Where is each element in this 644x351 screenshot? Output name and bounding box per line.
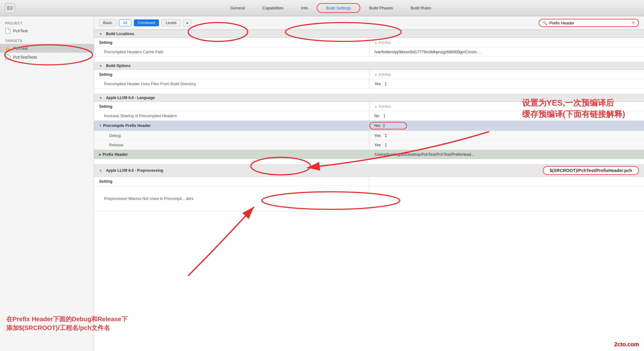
- value-text: Yes: [374, 82, 381, 86]
- build-locations-title: Build Locations: [106, 32, 134, 36]
- page-icon: [5, 28, 11, 34]
- apple-llvm-language-title: Apple LLVM 6.0 - Language: [106, 96, 155, 100]
- value-text3: Yes: [374, 123, 380, 128]
- setting-col-header2: Setting: [94, 70, 369, 79]
- setting-col-header: Setting: [94, 38, 369, 47]
- preprocessor-macros-row: Preprocessor Macros Not Used In Precompi…: [94, 186, 644, 212]
- watermark: 2cto.com: [614, 341, 639, 348]
- sidebar-toggle-icon[interactable]: [5, 3, 15, 13]
- sidebar-item-pchtesttests[interactable]: PchTestTests: [0, 53, 94, 61]
- spacer2: [94, 89, 644, 94]
- filter-bar: Basic All Combined Levels + 🔍 ✕: [94, 16, 644, 30]
- expand-icon2: ▶: [99, 153, 101, 156]
- main-layout: PROJECT PchTest TARGETS ! PchTest: [0, 16, 644, 351]
- precompiled-headers-cache-path-row: Precompiled Headers Cache Path /var/fold…: [94, 47, 644, 57]
- sidebar-item-pchtest-target[interactable]: ! PchTest: [0, 44, 94, 53]
- sidebar: PROJECT PchTest TARGETS ! PchTest: [0, 16, 94, 351]
- tab-build-settings[interactable]: Build Settings: [317, 3, 361, 13]
- pchtest-col-header2: PchTest: [369, 70, 644, 79]
- prefix-header-value[interactable]: /Users/humingtao/Desktop/PchTest/PchTest…: [369, 150, 644, 159]
- precompiled-header-uses-files-row: Precompiled Header Uses Files From Build…: [94, 79, 644, 89]
- filter-combined-btn[interactable]: Combined: [134, 19, 159, 26]
- precompiled-headers-value[interactable]: /var/folders/jq/9dxxm5d17779vc8dhpnzgz68…: [369, 47, 644, 56]
- precompiled-header-uses-files-value[interactable]: Yes ▲▼: [369, 79, 644, 88]
- targets-section-label: TARGETS: [0, 38, 94, 44]
- filter-levels-btn[interactable]: Levels: [161, 19, 181, 26]
- preprocessing-pchtest-col: [369, 177, 644, 186]
- page-icon-tests: [5, 54, 11, 60]
- preprocessor-macros-label: Preprocessor Macros Not Used In Precompi…: [94, 186, 369, 211]
- debug-label: Debug: [94, 131, 369, 140]
- release-label: Release: [94, 140, 369, 149]
- filter-basic-btn[interactable]: Basic: [99, 19, 116, 26]
- spacer1: [94, 57, 644, 62]
- sidebar-item-project-label: PchTest: [13, 29, 28, 33]
- build-options-section: ▼ Build Options: [94, 62, 644, 70]
- stepper-icon2[interactable]: ▲▼: [383, 113, 386, 118]
- apple-llvm-preprocessing-title: Apple LLVM 6.0 - Preprocessing: [106, 168, 163, 173]
- filter-all-btn[interactable]: All: [119, 19, 131, 26]
- release-row: Release Yes ▲▼: [94, 140, 644, 150]
- stepper-icon[interactable]: ▲▼: [384, 81, 387, 86]
- sidebar-item-tests-label: PchTestTests: [13, 55, 37, 60]
- section-triangle3: ▼: [99, 96, 102, 100]
- tab-general[interactable]: General: [222, 4, 254, 12]
- preprocessor-macros-value[interactable]: [369, 186, 644, 211]
- precompile-prefix-header-label: ▼ Precompile Prefix Header: [94, 121, 369, 131]
- tab-capabilities[interactable]: Capabilities: [254, 4, 292, 12]
- toolbar-tabs: General Capabilities Info Build Settings…: [23, 3, 639, 13]
- toolbar: General Capabilities Info Build Settings…: [0, 0, 644, 16]
- value-text2: No: [374, 114, 379, 118]
- search-clear-btn[interactable]: ✕: [631, 20, 635, 25]
- sidebar-item-pchtest-project[interactable]: PchTest: [0, 26, 94, 35]
- project-section-label: PROJECT: [0, 20, 94, 26]
- release-value[interactable]: Yes ▲▼: [369, 140, 644, 149]
- stepper-icon4[interactable]: ▲▼: [384, 133, 387, 138]
- debug-row: Debug Yes ▲▼: [94, 131, 644, 140]
- increase-sharing-row: Increase Sharing of Precompiled Headers …: [94, 111, 644, 121]
- prefix-header-title: Prefix Header: [103, 152, 128, 157]
- tab-build-phases[interactable]: Build Phases: [360, 4, 402, 12]
- value-text5: Yes: [374, 143, 381, 147]
- spacer3: [94, 159, 644, 164]
- build-options-header-row: Setting PchTest: [94, 70, 644, 79]
- apple-llvm-language-header-row: Setting PchTest: [94, 102, 644, 111]
- setting-col-preprocessing: Setting: [94, 177, 369, 186]
- setting-col-header3: Setting: [94, 102, 369, 111]
- svg-rect-3: [10, 9, 13, 10]
- precompiled-headers-label: Precompiled Headers Cache Path: [94, 47, 369, 56]
- stepper-icon5[interactable]: ▲▼: [384, 143, 387, 148]
- pchtest-header-icon3: PchTest: [374, 105, 391, 108]
- section-triangle2: ▼: [99, 64, 102, 68]
- search-box: 🔍 ✕: [539, 19, 639, 27]
- increase-sharing-value[interactable]: No ▲▼: [369, 111, 644, 120]
- svg-text:!: !: [7, 47, 8, 50]
- svg-rect-0: [7, 6, 9, 10]
- build-options-title: Build Options: [106, 64, 131, 68]
- build-locations-section: ▼ Build Locations: [94, 30, 644, 38]
- tab-info[interactable]: Info: [292, 4, 317, 12]
- pchtest-header-icon: PchTest: [374, 41, 391, 45]
- build-locations-header-row: Setting PchTest: [94, 38, 644, 47]
- settings-area: ▼ Build Locations Setting PchTest Precom…: [94, 30, 644, 351]
- section-triangle4: ▼: [99, 169, 102, 172]
- pchtest-header-icon2: PchTest: [374, 73, 391, 76]
- precompile-prefix-header-value[interactable]: Yes ▲▼: [369, 122, 407, 129]
- tab-build-rules[interactable]: Build Rules: [402, 4, 440, 12]
- stepper-icon3[interactable]: ▲▼: [383, 123, 385, 128]
- precompiled-header-uses-files-label: Precompiled Header Uses Files From Build…: [94, 79, 369, 88]
- expand-icon: ▼: [99, 124, 102, 127]
- preprocessing-value-box: $(SRCROOT)/PchTest/PrefixHeader.pch: [543, 166, 639, 175]
- apple-llvm-preprocessing-section: ▼ Apple LLVM 6.0 - Preprocessing $(SRCRO…: [94, 164, 644, 177]
- sidebar-item-target-label: PchTest: [13, 46, 28, 51]
- debug-value[interactable]: Yes ▲▼: [369, 131, 644, 140]
- search-input[interactable]: [549, 21, 629, 25]
- svg-rect-2: [10, 8, 13, 8]
- pchtest-col-header3: PchTest: [369, 102, 644, 111]
- pchtest-col-header: PchTest: [369, 38, 644, 47]
- value-text4: Yes: [374, 134, 381, 138]
- increase-sharing-label: Increase Sharing of Precompiled Headers: [94, 111, 369, 120]
- apple-llvm-language-section: ▼ Apple LLVM 6.0 - Language: [94, 94, 644, 102]
- filter-add-btn[interactable]: +: [183, 19, 191, 27]
- svg-rect-1: [10, 7, 13, 7]
